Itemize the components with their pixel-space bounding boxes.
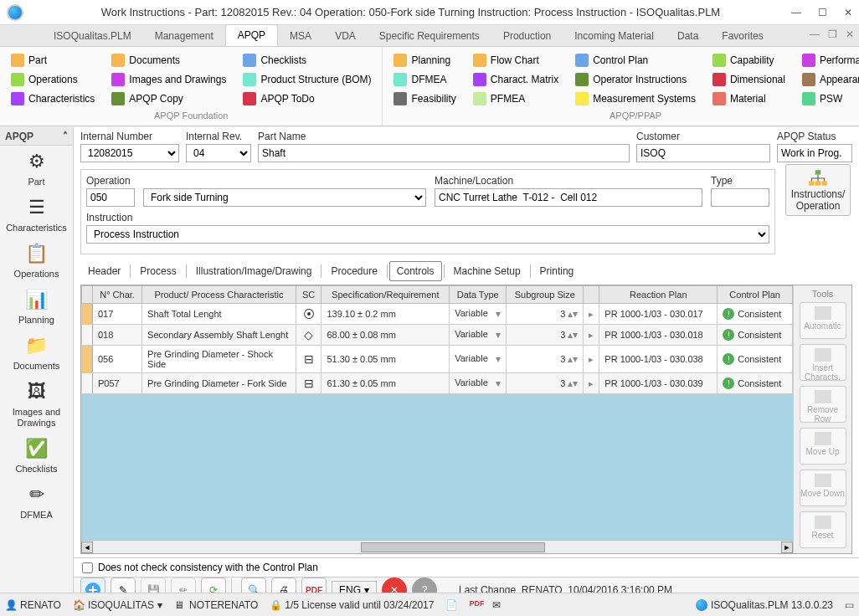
tool-reset[interactable]: Reset	[800, 511, 846, 548]
tab-incoming-material[interactable]: Incoming Material	[563, 26, 666, 46]
ribbon-ppap-charact-matrix[interactable]: Charact. Matrix	[471, 71, 561, 88]
operation-code-input[interactable]	[86, 188, 135, 207]
ribbon-ppap-appearance[interactable]: Appearance	[800, 71, 859, 88]
ribbon-foundation-images-and-drawings[interactable]: Images and Drawings	[109, 71, 229, 88]
ribbon-ppap-capability[interactable]: Capability	[710, 52, 788, 69]
grid-header-0[interactable]: N° Char.	[93, 286, 142, 304]
cell-subgroup[interactable]: 3 ▴▾	[507, 373, 584, 394]
sidebar-item-documents[interactable]: 📁Documents	[0, 330, 73, 376]
ribbon-foundation-operations[interactable]: Operations	[8, 71, 97, 88]
tab-data[interactable]: Data	[666, 26, 710, 46]
cell-subgroup[interactable]: 3 ▴▾	[507, 304, 584, 325]
grid-header-2[interactable]: SC	[296, 286, 321, 304]
grid-header-1[interactable]: Product/ Process Characteristic	[142, 286, 296, 304]
cell-rp-expand[interactable]: ▸	[584, 325, 599, 346]
sidebar-item-characteristics[interactable]: ☰Characteristics	[0, 192, 73, 238]
ribbon-ppap-performance[interactable]: Performance	[800, 52, 859, 69]
tab-vda[interactable]: VDA	[323, 26, 368, 46]
sidebar-item-images-and-drawings[interactable]: 🖼Images and Drawings	[0, 376, 73, 432]
grid-header-8[interactable]: Control Plan	[718, 286, 793, 304]
subtab-controls[interactable]: Controls	[389, 261, 442, 281]
ribbon-foundation-part[interactable]: Part	[8, 52, 97, 69]
sidebar-item-dfmea[interactable]: ✏DFMEA	[0, 479, 73, 525]
sidebar-item-part[interactable]: ⚙Part	[0, 146, 73, 192]
grid-header-6[interactable]	[584, 286, 599, 304]
instruction-select[interactable]: Process Instruction	[86, 225, 769, 244]
subtab-procedure[interactable]: Procedure	[323, 261, 384, 281]
ribbon-ppap-flow-chart[interactable]: Flow Chart	[471, 52, 561, 69]
cell-datatype[interactable]: Variable ▾	[450, 346, 507, 373]
subtab-machine-setup[interactable]: Machine Setup	[446, 261, 528, 281]
ribbon-ppap-planning[interactable]: Planning	[391, 52, 458, 69]
ribbon-ppap-material[interactable]: Material	[710, 90, 788, 107]
machine-input[interactable]	[435, 188, 702, 207]
cell-rp-expand[interactable]: ▸	[584, 304, 599, 325]
cell-datatype[interactable]: Variable ▾	[450, 325, 507, 346]
subtab-process[interactable]: Process	[132, 261, 183, 281]
ribbon-foundation-apqp-copy[interactable]: APQP Copy	[109, 90, 229, 107]
mdi-minimize-icon[interactable]: —	[810, 28, 820, 40]
horizontal-scrollbar[interactable]: ◄ ►	[81, 540, 793, 553]
ribbon-ppap-dimensional[interactable]: Dimensional	[710, 71, 788, 88]
table-row[interactable]: 018Secondary Assembly Shaft Lenght◇68.00…	[82, 325, 793, 346]
mdi-close-icon[interactable]: ✕	[846, 28, 854, 40]
mdi-restore-icon[interactable]: ❐	[828, 28, 837, 40]
tab-production[interactable]: Production	[491, 26, 563, 46]
tool-move-up[interactable]: Move Up	[800, 428, 846, 465]
subtab-illustration-image-drawing[interactable]: Illustration/Image/Drawing	[188, 261, 320, 281]
ribbon-ppap-control-plan[interactable]: Control Plan	[573, 52, 698, 69]
type-input[interactable]	[711, 188, 769, 207]
tab-isoqualitas[interactable]: ISOQualitas.PLM	[42, 26, 143, 46]
tool-insert-characts-[interactable]: Insert Characts.	[800, 344, 846, 381]
grid-header-7[interactable]: Reaction Plan	[599, 286, 718, 304]
tool-automatic[interactable]: Automatic	[800, 302, 846, 339]
sidebar-item-operations[interactable]: 📋Operations	[0, 238, 73, 284]
tab-apqp[interactable]: APQP	[225, 24, 278, 46]
cell-subgroup[interactable]: 3 ▴▾	[507, 325, 584, 346]
cell-rp-expand[interactable]: ▸	[584, 346, 599, 373]
ribbon-foundation-documents[interactable]: Documents	[109, 52, 229, 69]
consistency-checkbox[interactable]	[82, 562, 93, 573]
subtab-header[interactable]: Header	[80, 261, 128, 281]
tool-move-down[interactable]: Move Down	[800, 470, 846, 506]
ribbon-ppap-dfmea[interactable]: DFMEA	[391, 71, 458, 88]
subtab-printing[interactable]: Printing	[532, 261, 582, 281]
grid-header-4[interactable]: Data Type	[450, 286, 507, 304]
tab-favorites[interactable]: Favorites	[710, 26, 774, 46]
grid-header-3[interactable]: Specification/Requirement	[321, 286, 450, 304]
ribbon-foundation-characteristics[interactable]: Characteristics	[8, 90, 97, 107]
instructions-operation-button[interactable]: Instructions/ Operation	[785, 164, 851, 216]
sidebar-item-planning[interactable]: 📊Planning	[0, 284, 73, 330]
status-input[interactable]	[777, 144, 852, 162]
doc-icon[interactable]: 📄	[445, 599, 457, 611]
minimize-button[interactable]: —	[791, 7, 801, 18]
ribbon-ppap-psw[interactable]: PSW	[800, 90, 859, 107]
scroll-thumb[interactable]	[361, 542, 545, 552]
close-button[interactable]: ✕	[844, 7, 852, 18]
ribbon-foundation-product-structure-bom-[interactable]: Product Structure (BOM)	[240, 71, 373, 88]
tab-msa[interactable]: MSA	[278, 26, 323, 46]
scroll-right-icon[interactable]: ►	[781, 542, 793, 553]
ribbon-ppap-pfmea[interactable]: PFMEA	[471, 90, 561, 107]
internal-number-select[interactable]: 12082015	[80, 144, 179, 162]
table-row[interactable]: 056Pre Grinding Diameter - Shock Side⊟51…	[82, 346, 793, 373]
tool-remove-row[interactable]: Remove Row	[800, 386, 846, 423]
part-name-input[interactable]	[258, 144, 630, 162]
sidebar-header[interactable]: APQP ˄	[0, 127, 73, 146]
sidebar-item-checklists[interactable]: ✅Checklists	[0, 433, 73, 479]
status-extra-icon[interactable]: ▭	[845, 599, 854, 611]
internal-rev-select[interactable]: 04	[186, 144, 251, 162]
cell-datatype[interactable]: Variable ▾	[450, 373, 507, 394]
mail-icon[interactable]: ✉	[492, 599, 504, 611]
cell-datatype[interactable]: Variable ▾	[450, 304, 507, 325]
cell-rp-expand[interactable]: ▸	[584, 373, 599, 394]
ribbon-ppap-measurement-systems[interactable]: Measurement Systems	[573, 90, 698, 107]
scroll-left-icon[interactable]: ◄	[81, 542, 93, 553]
operation-name-select[interactable]: Fork side Turning	[143, 188, 426, 207]
table-row[interactable]: 017Shaft Total Lenght⦿139.10 ± 0.2 mmVar…	[82, 304, 793, 325]
cell-subgroup[interactable]: 3 ▴▾	[507, 346, 584, 373]
ribbon-foundation-apqp-todo[interactable]: APQP ToDo	[240, 90, 373, 107]
status-site[interactable]: ISOQUALITAS	[88, 599, 154, 611]
ribbon-foundation-checklists[interactable]: Checklists	[240, 52, 373, 69]
tab-specific-requirements[interactable]: Specific Requirements	[368, 26, 491, 46]
